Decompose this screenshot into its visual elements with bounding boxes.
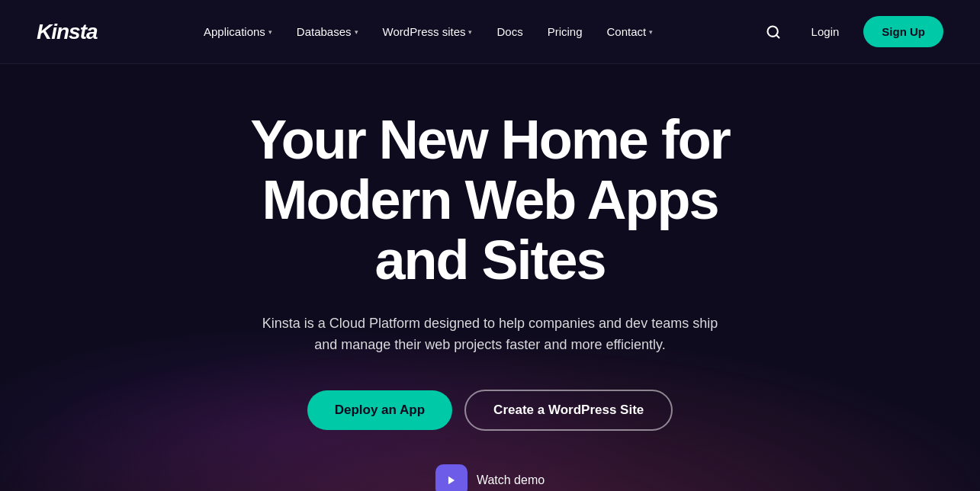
svg-marker-2 xyxy=(448,477,455,485)
chevron-down-icon: ▾ xyxy=(268,28,272,36)
nav-item-contact[interactable]: Contact ▾ xyxy=(596,19,664,44)
deploy-app-button[interactable]: Deploy an App xyxy=(307,390,452,430)
play-icon xyxy=(435,464,468,491)
nav-label-contact: Contact xyxy=(607,25,647,38)
nav-label-wordpress: WordPress sites xyxy=(383,25,466,38)
hero-section: Your New Home for Modern Web Apps and Si… xyxy=(0,64,980,491)
hero-buttons: Deploy an App Create a WordPress Site xyxy=(307,390,673,431)
watch-demo-label: Watch demo xyxy=(477,473,545,487)
chevron-down-icon: ▾ xyxy=(649,28,653,36)
nav-right: Login Sign Up xyxy=(760,16,943,47)
svg-line-1 xyxy=(776,34,779,37)
create-wordpress-button[interactable]: Create a WordPress Site xyxy=(464,390,673,431)
chevron-down-icon: ▾ xyxy=(355,28,358,36)
hero-subtitle: Kinsta is a Cloud Platform designed to h… xyxy=(254,313,727,357)
logo[interactable]: Kinsta xyxy=(37,20,98,44)
nav-label-databases: Databases xyxy=(297,25,352,38)
nav-label-pricing: Pricing xyxy=(548,25,583,38)
logo-text: Kinsta xyxy=(37,20,98,44)
search-icon xyxy=(766,24,781,40)
login-button[interactable]: Login xyxy=(799,19,852,44)
hero-title: Your New Home for Modern Web Apps and Si… xyxy=(216,110,765,291)
nav-item-pricing[interactable]: Pricing xyxy=(537,19,593,44)
search-button[interactable] xyxy=(760,18,787,46)
navbar: Kinsta Applications ▾ Databases ▾ WordPr… xyxy=(0,0,980,64)
nav-item-wordpress[interactable]: WordPress sites ▾ xyxy=(372,19,484,44)
chevron-down-icon: ▾ xyxy=(468,28,472,36)
watch-demo-link[interactable]: Watch demo xyxy=(435,464,545,491)
nav-item-databases[interactable]: Databases ▾ xyxy=(286,19,369,44)
nav-item-applications[interactable]: Applications ▾ xyxy=(193,19,283,44)
nav-label-docs: Docs xyxy=(496,25,522,38)
nav-item-docs[interactable]: Docs xyxy=(486,19,533,44)
nav-links: Applications ▾ Databases ▾ WordPress sit… xyxy=(193,19,664,44)
play-triangle-icon xyxy=(446,475,457,486)
signup-button[interactable]: Sign Up xyxy=(863,16,943,47)
nav-label-applications: Applications xyxy=(204,25,265,38)
